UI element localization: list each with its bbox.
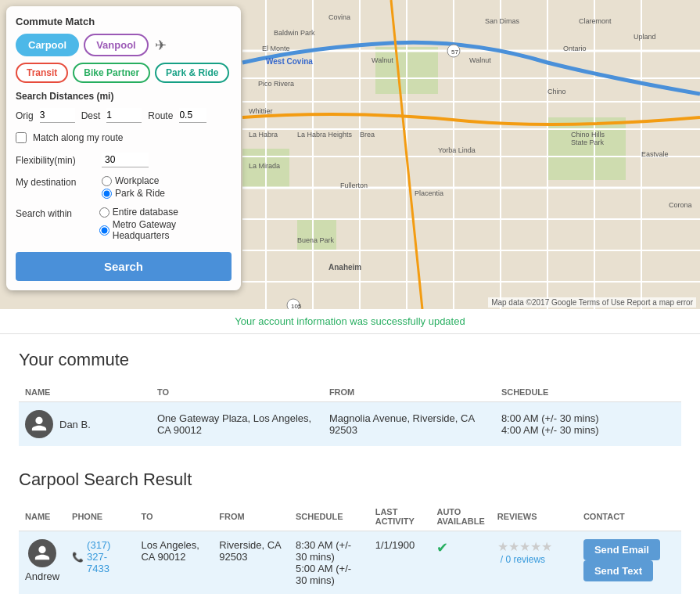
svg-text:Walnut: Walnut — [372, 56, 393, 64]
commute-from-cell: Magnolia Avenue, Riverside, CA 92503 — [323, 402, 495, 447]
commute-name-cell: Dan B. — [19, 402, 151, 447]
workplace-label: Workplace — [115, 175, 159, 186]
svg-text:San Dimas: San Dimas — [485, 17, 520, 25]
table-row: Andrew 📞 (317) 327-7433 Los Angeles, CA … — [19, 531, 681, 595]
phone-link[interactable]: 📞 (317) 327-7433 — [72, 539, 128, 574]
checkbox-row: Match along my route — [16, 132, 232, 143]
carpool-result-title: Carpool Search Result — [19, 470, 681, 490]
search-button[interactable]: Search — [16, 252, 232, 281]
search-within-row: Search within Entire database Metro Gate… — [16, 207, 232, 241]
cp-col-contact: CONTACT — [577, 502, 681, 531]
commute-to-cell: One Gateway Plaza, Los Angeles, CA 90012 — [151, 402, 323, 447]
flexibility-label: Flexibility(min) — [16, 155, 102, 166]
table-row: Dan B. One Gateway Plaza, Los Angeles, C… — [19, 402, 681, 447]
entire-db-label: Entire database — [113, 207, 178, 218]
svg-text:Corona: Corona — [669, 201, 692, 209]
dest-label: Dest — [81, 110, 101, 121]
svg-text:Chino Hills: Chino Hills — [571, 131, 605, 139]
map-container: Baldwin Park Covina San Dimas Claremont … — [0, 0, 700, 309]
pin-button[interactable]: ✈ — [153, 35, 168, 56]
svg-text:57: 57 — [451, 49, 458, 56]
orig-input[interactable] — [40, 108, 75, 123]
search-within-label: Search within — [16, 207, 99, 219]
workplace-radio[interactable] — [102, 176, 112, 186]
park-ride-radio[interactable] — [102, 189, 112, 199]
workplace-option[interactable]: Workplace — [102, 175, 165, 186]
col-schedule: SCHEDULE — [495, 383, 681, 402]
phone-icon: 📞 — [72, 552, 84, 563]
metro-gateway-label: Metro Gateway Headquarters — [113, 219, 232, 241]
phone-number: (317) 327-7433 — [87, 539, 128, 574]
svg-text:Baldwin Park: Baldwin Park — [274, 29, 315, 37]
mode-buttons-row2: Transit Bike Partner Park & Ride — [16, 63, 232, 83]
carpool-button[interactable]: Carpool — [16, 34, 79, 56]
success-text: Your account information was successfull… — [235, 315, 465, 327]
avatar — [28, 539, 56, 567]
commute-person-name: Dan B. — [59, 419, 91, 430]
cp-col-auto: AUTOAVAILABLE — [430, 502, 490, 531]
park-ride-button[interactable]: Park & Ride — [155, 63, 229, 83]
bike-partner-button[interactable]: Bike Partner — [73, 63, 150, 83]
svg-text:105: 105 — [291, 303, 302, 309]
col-to: TO — [151, 383, 323, 402]
svg-rect-4 — [297, 219, 336, 250]
transit-button[interactable]: Transit — [16, 63, 68, 83]
commute-table: NAME TO FROM SCHEDULE Dan B. One Gateway… — [19, 383, 681, 446]
cp-col-to: TO — [135, 502, 213, 531]
main-content: Your commute NAME TO FROM SCHEDULE Dan B… — [0, 334, 700, 601]
entire-db-option[interactable]: Entire database — [99, 207, 232, 218]
send-text-button[interactable]: Send Text — [583, 560, 653, 581]
svg-text:West Covina: West Covina — [266, 57, 313, 66]
my-destination-label: My destination — [16, 175, 102, 188]
svg-text:Yorba Linda: Yorba Linda — [438, 146, 476, 154]
svg-text:La Habra: La Habra — [249, 131, 278, 139]
stars: ★★★★★ — [497, 539, 552, 554]
search-within-radio-group: Entire database Metro Gateway Headquarte… — [99, 207, 232, 241]
vanpool-button[interactable]: Vanpool — [84, 34, 149, 56]
your-commute-title: Your commute — [19, 350, 681, 370]
cp-to-cell: Los Angeles, CA 90012 — [135, 531, 213, 595]
metro-gateway-option[interactable]: Metro Gateway Headquarters — [99, 219, 232, 241]
svg-text:Claremont: Claremont — [579, 17, 612, 25]
dest-input[interactable] — [106, 108, 142, 123]
cp-col-phone: PHONE — [66, 502, 135, 531]
avatar — [25, 410, 53, 438]
svg-text:Buena Park: Buena Park — [297, 236, 335, 244]
destination-row: My destination Workplace Park & Ride — [16, 175, 232, 199]
svg-text:El Monte: El Monte — [262, 45, 290, 52]
mode-buttons-row1: Carpool Vanpool ✈ — [16, 34, 232, 56]
metro-gateway-radio[interactable] — [99, 225, 109, 236]
svg-text:Chino: Chino — [547, 88, 566, 95]
cp-col-reviews: REVIEWS — [491, 502, 577, 531]
svg-text:La Mirada: La Mirada — [249, 162, 280, 170]
match-route-label: Match along my route — [33, 132, 123, 143]
cp-col-schedule: SCHEDULE — [289, 502, 369, 531]
search-panel: Commute Match Carpool Vanpool ✈ Transit … — [6, 6, 241, 290]
svg-text:State Park: State Park — [571, 139, 605, 146]
commute-match-label: Commute Match — [16, 16, 232, 27]
flexibility-input[interactable] — [102, 153, 149, 167]
commute-schedule-cell: 8:00 AM (+/- 30 mins) 4:00 AM (+/- 30 mi… — [495, 402, 681, 447]
cp-from-cell: Riverside, CA 92503 — [213, 531, 289, 595]
route-input[interactable] — [179, 108, 206, 123]
distances-row: Orig Dest Route — [16, 108, 232, 123]
svg-rect-3 — [547, 117, 626, 180]
col-name: NAME — [19, 383, 151, 402]
match-route-checkbox[interactable] — [16, 132, 27, 143]
orig-label: Orig — [16, 110, 34, 121]
svg-text:Whittier: Whittier — [249, 107, 273, 115]
cp-contact-cell: Send Email Send Text — [577, 531, 681, 595]
carpool-table: NAME PHONE TO FROM SCHEDULE LAST ACTIVIT… — [19, 502, 681, 594]
auto-available-check: ✔ — [436, 540, 448, 556]
map-attribution: Map data ©2017 Google Terms of Use Repor… — [488, 297, 696, 308]
cp-name-cell: Andrew — [19, 531, 66, 595]
park-ride-option[interactable]: Park & Ride — [102, 188, 165, 199]
svg-text:Anaheim: Anaheim — [328, 263, 361, 272]
cp-activity-cell: 1/1/1900 — [369, 531, 431, 595]
svg-text:Brea: Brea — [360, 131, 375, 139]
cp-col-activity: LAST ACTIVITY — [369, 502, 431, 531]
entire-db-radio[interactable] — [99, 207, 109, 218]
send-email-button[interactable]: Send Email — [583, 539, 660, 560]
park-ride-label: Park & Ride — [115, 188, 165, 199]
success-message: Your account information was successfull… — [0, 309, 700, 334]
